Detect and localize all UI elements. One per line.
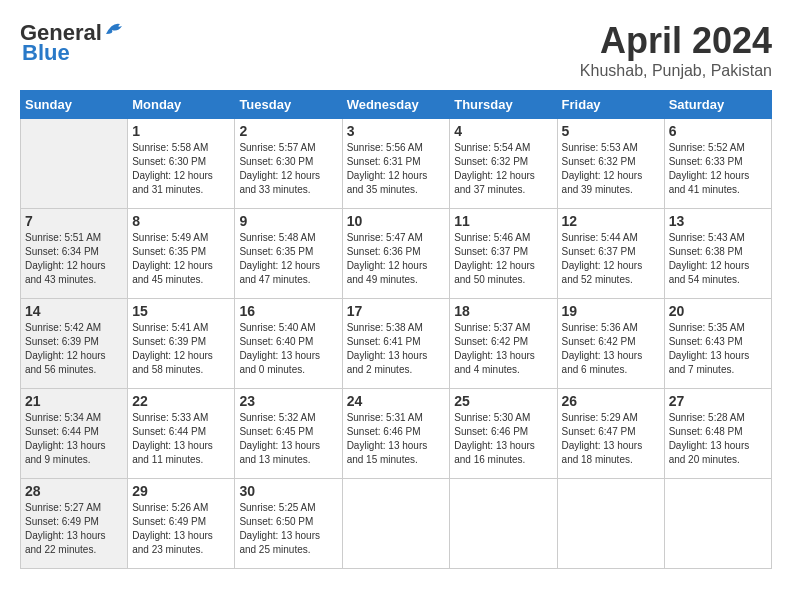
- page-header: General Blue April 2024 Khushab, Punjab,…: [20, 20, 772, 80]
- calendar-week-row: 1Sunrise: 5:58 AM Sunset: 6:30 PM Daylig…: [21, 119, 772, 209]
- cell-info: Sunrise: 5:44 AM Sunset: 6:37 PM Dayligh…: [562, 231, 660, 287]
- calendar-cell: 6Sunrise: 5:52 AM Sunset: 6:33 PM Daylig…: [664, 119, 771, 209]
- calendar-week-row: 28Sunrise: 5:27 AM Sunset: 6:49 PM Dayli…: [21, 479, 772, 569]
- day-number: 2: [239, 123, 337, 139]
- calendar-cell: 8Sunrise: 5:49 AM Sunset: 6:35 PM Daylig…: [128, 209, 235, 299]
- day-number: 4: [454, 123, 552, 139]
- day-number: 8: [132, 213, 230, 229]
- day-number: 16: [239, 303, 337, 319]
- cell-info: Sunrise: 5:35 AM Sunset: 6:43 PM Dayligh…: [669, 321, 767, 377]
- calendar-cell: 21Sunrise: 5:34 AM Sunset: 6:44 PM Dayli…: [21, 389, 128, 479]
- calendar-cell: [664, 479, 771, 569]
- day-number: 14: [25, 303, 123, 319]
- calendar-cell: 23Sunrise: 5:32 AM Sunset: 6:45 PM Dayli…: [235, 389, 342, 479]
- calendar-cell: 27Sunrise: 5:28 AM Sunset: 6:48 PM Dayli…: [664, 389, 771, 479]
- calendar-cell: 20Sunrise: 5:35 AM Sunset: 6:43 PM Dayli…: [664, 299, 771, 389]
- day-number: 29: [132, 483, 230, 499]
- calendar-cell: 11Sunrise: 5:46 AM Sunset: 6:37 PM Dayli…: [450, 209, 557, 299]
- calendar-cell: 4Sunrise: 5:54 AM Sunset: 6:32 PM Daylig…: [450, 119, 557, 209]
- col-header-tuesday: Tuesday: [235, 91, 342, 119]
- calendar-cell: 2Sunrise: 5:57 AM Sunset: 6:30 PM Daylig…: [235, 119, 342, 209]
- day-number: 7: [25, 213, 123, 229]
- logo-bird-icon: [104, 20, 126, 38]
- calendar-week-row: 21Sunrise: 5:34 AM Sunset: 6:44 PM Dayli…: [21, 389, 772, 479]
- cell-info: Sunrise: 5:29 AM Sunset: 6:47 PM Dayligh…: [562, 411, 660, 467]
- calendar-cell: 28Sunrise: 5:27 AM Sunset: 6:49 PM Dayli…: [21, 479, 128, 569]
- cell-info: Sunrise: 5:54 AM Sunset: 6:32 PM Dayligh…: [454, 141, 552, 197]
- cell-info: Sunrise: 5:58 AM Sunset: 6:30 PM Dayligh…: [132, 141, 230, 197]
- calendar-cell: 24Sunrise: 5:31 AM Sunset: 6:46 PM Dayli…: [342, 389, 450, 479]
- calendar-cell: 19Sunrise: 5:36 AM Sunset: 6:42 PM Dayli…: [557, 299, 664, 389]
- cell-info: Sunrise: 5:47 AM Sunset: 6:36 PM Dayligh…: [347, 231, 446, 287]
- day-number: 19: [562, 303, 660, 319]
- calendar-cell: 17Sunrise: 5:38 AM Sunset: 6:41 PM Dayli…: [342, 299, 450, 389]
- location: Khushab, Punjab, Pakistan: [580, 62, 772, 80]
- calendar-cell: 10Sunrise: 5:47 AM Sunset: 6:36 PM Dayli…: [342, 209, 450, 299]
- calendar-cell: 29Sunrise: 5:26 AM Sunset: 6:49 PM Dayli…: [128, 479, 235, 569]
- cell-info: Sunrise: 5:53 AM Sunset: 6:32 PM Dayligh…: [562, 141, 660, 197]
- day-number: 13: [669, 213, 767, 229]
- day-number: 25: [454, 393, 552, 409]
- cell-info: Sunrise: 5:56 AM Sunset: 6:31 PM Dayligh…: [347, 141, 446, 197]
- calendar-cell: 5Sunrise: 5:53 AM Sunset: 6:32 PM Daylig…: [557, 119, 664, 209]
- cell-info: Sunrise: 5:31 AM Sunset: 6:46 PM Dayligh…: [347, 411, 446, 467]
- calendar-week-row: 14Sunrise: 5:42 AM Sunset: 6:39 PM Dayli…: [21, 299, 772, 389]
- day-number: 5: [562, 123, 660, 139]
- day-number: 11: [454, 213, 552, 229]
- cell-info: Sunrise: 5:48 AM Sunset: 6:35 PM Dayligh…: [239, 231, 337, 287]
- day-number: 18: [454, 303, 552, 319]
- col-header-sunday: Sunday: [21, 91, 128, 119]
- cell-info: Sunrise: 5:40 AM Sunset: 6:40 PM Dayligh…: [239, 321, 337, 377]
- cell-info: Sunrise: 5:52 AM Sunset: 6:33 PM Dayligh…: [669, 141, 767, 197]
- calendar-cell: 3Sunrise: 5:56 AM Sunset: 6:31 PM Daylig…: [342, 119, 450, 209]
- day-number: 23: [239, 393, 337, 409]
- cell-info: Sunrise: 5:27 AM Sunset: 6:49 PM Dayligh…: [25, 501, 123, 557]
- day-number: 27: [669, 393, 767, 409]
- cell-info: Sunrise: 5:28 AM Sunset: 6:48 PM Dayligh…: [669, 411, 767, 467]
- day-number: 12: [562, 213, 660, 229]
- calendar-cell: 18Sunrise: 5:37 AM Sunset: 6:42 PM Dayli…: [450, 299, 557, 389]
- cell-info: Sunrise: 5:33 AM Sunset: 6:44 PM Dayligh…: [132, 411, 230, 467]
- cell-info: Sunrise: 5:57 AM Sunset: 6:30 PM Dayligh…: [239, 141, 337, 197]
- day-number: 21: [25, 393, 123, 409]
- calendar-cell: 13Sunrise: 5:43 AM Sunset: 6:38 PM Dayli…: [664, 209, 771, 299]
- cell-info: Sunrise: 5:37 AM Sunset: 6:42 PM Dayligh…: [454, 321, 552, 377]
- day-number: 22: [132, 393, 230, 409]
- col-header-friday: Friday: [557, 91, 664, 119]
- day-number: 1: [132, 123, 230, 139]
- cell-info: Sunrise: 5:43 AM Sunset: 6:38 PM Dayligh…: [669, 231, 767, 287]
- cell-info: Sunrise: 5:51 AM Sunset: 6:34 PM Dayligh…: [25, 231, 123, 287]
- calendar-cell: [557, 479, 664, 569]
- col-header-wednesday: Wednesday: [342, 91, 450, 119]
- day-number: 30: [239, 483, 337, 499]
- calendar-header-row: SundayMondayTuesdayWednesdayThursdayFrid…: [21, 91, 772, 119]
- day-number: 28: [25, 483, 123, 499]
- calendar-table: SundayMondayTuesdayWednesdayThursdayFrid…: [20, 90, 772, 569]
- cell-info: Sunrise: 5:34 AM Sunset: 6:44 PM Dayligh…: [25, 411, 123, 467]
- cell-info: Sunrise: 5:41 AM Sunset: 6:39 PM Dayligh…: [132, 321, 230, 377]
- day-number: 26: [562, 393, 660, 409]
- logo-text-blue: Blue: [22, 40, 70, 66]
- cell-info: Sunrise: 5:30 AM Sunset: 6:46 PM Dayligh…: [454, 411, 552, 467]
- calendar-cell: 26Sunrise: 5:29 AM Sunset: 6:47 PM Dayli…: [557, 389, 664, 479]
- month-title: April 2024: [580, 20, 772, 62]
- day-number: 17: [347, 303, 446, 319]
- calendar-cell: 16Sunrise: 5:40 AM Sunset: 6:40 PM Dayli…: [235, 299, 342, 389]
- day-number: 24: [347, 393, 446, 409]
- col-header-monday: Monday: [128, 91, 235, 119]
- cell-info: Sunrise: 5:36 AM Sunset: 6:42 PM Dayligh…: [562, 321, 660, 377]
- calendar-cell: 12Sunrise: 5:44 AM Sunset: 6:37 PM Dayli…: [557, 209, 664, 299]
- day-number: 10: [347, 213, 446, 229]
- logo: General Blue: [20, 20, 126, 66]
- day-number: 20: [669, 303, 767, 319]
- calendar-cell: [342, 479, 450, 569]
- calendar-cell: 14Sunrise: 5:42 AM Sunset: 6:39 PM Dayli…: [21, 299, 128, 389]
- calendar-cell: 15Sunrise: 5:41 AM Sunset: 6:39 PM Dayli…: [128, 299, 235, 389]
- day-number: 3: [347, 123, 446, 139]
- cell-info: Sunrise: 5:25 AM Sunset: 6:50 PM Dayligh…: [239, 501, 337, 557]
- cell-info: Sunrise: 5:46 AM Sunset: 6:37 PM Dayligh…: [454, 231, 552, 287]
- cell-info: Sunrise: 5:32 AM Sunset: 6:45 PM Dayligh…: [239, 411, 337, 467]
- calendar-week-row: 7Sunrise: 5:51 AM Sunset: 6:34 PM Daylig…: [21, 209, 772, 299]
- cell-info: Sunrise: 5:26 AM Sunset: 6:49 PM Dayligh…: [132, 501, 230, 557]
- col-header-saturday: Saturday: [664, 91, 771, 119]
